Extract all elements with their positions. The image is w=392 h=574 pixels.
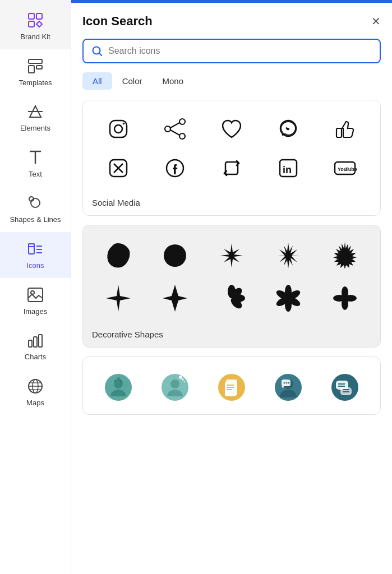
sidebar-item-text[interactable]: Text	[0, 141, 71, 187]
four-petal-flower-cell[interactable]	[317, 277, 373, 320]
svg-rect-42	[225, 162, 238, 174]
thumbsup-icon-cell[interactable]	[317, 109, 373, 149]
icon-search-panel: Icon Search ✕ All Color Mono	[71, 3, 392, 574]
svg-rect-5	[36, 66, 42, 69]
facebook-icon-cell[interactable]	[146, 149, 203, 188]
svg-rect-11	[29, 244, 34, 254]
svg-point-31	[179, 119, 185, 124]
star-burst-cell[interactable]	[203, 234, 260, 277]
sidebar-item-label-text: Text	[29, 170, 42, 179]
charts-icon	[26, 331, 44, 349]
decorative-shapes-section: Decorative Shapes	[82, 225, 381, 348]
svg-point-33	[165, 126, 170, 132]
svg-rect-18	[29, 340, 32, 347]
svg-text:in: in	[283, 164, 292, 175]
sidebar: Brand Kit Templates Elements Tex	[0, 0, 71, 574]
sidebar-item-label-charts: Charts	[25, 353, 46, 362]
sidebar-item-label-maps: Maps	[26, 399, 44, 408]
search-box	[82, 39, 381, 63]
social-media-grid: in You Tube	[83, 100, 380, 193]
svg-rect-20	[39, 335, 42, 347]
search-input[interactable]	[108, 46, 372, 56]
sidebar-item-maps[interactable]: Maps	[0, 369, 71, 415]
svg-line-27	[99, 53, 102, 55]
blob-shape-cell[interactable]	[90, 234, 146, 277]
social-media-section: in You Tube Social Media	[82, 100, 381, 216]
linkedin-icon-cell[interactable]: in	[260, 149, 317, 188]
svg-point-85	[286, 382, 288, 384]
sidebar-item-shapes-lines[interactable]: Shapes & Lines	[0, 186, 71, 232]
whatsapp-icon-cell[interactable]	[260, 109, 317, 149]
filter-tab-mono[interactable]: Mono	[153, 72, 194, 90]
close-button[interactable]: ✕	[371, 16, 381, 27]
svg-point-32	[179, 133, 185, 139]
panel-title: Icon Search	[82, 14, 153, 29]
flower-cell[interactable]	[203, 277, 260, 320]
filter-tab-all[interactable]: All	[82, 72, 112, 90]
scroll-area: in You Tube Social Media	[82, 100, 381, 574]
sidebar-item-label-brand-kit: Brand Kit	[20, 33, 50, 41]
svg-rect-2	[29, 21, 34, 27]
person5-cell[interactable]	[317, 366, 373, 409]
sidebar-item-label-images: Images	[24, 307, 48, 316]
four-star-thin-cell[interactable]	[90, 277, 146, 320]
social-media-label: Social Media	[83, 193, 380, 215]
person1-cell[interactable]	[90, 366, 146, 409]
share-icon-cell[interactable]	[146, 109, 203, 149]
svg-rect-77	[225, 382, 236, 396]
decorative-shapes-grid	[83, 225, 380, 325]
six-petal-flower-cell[interactable]	[260, 277, 317, 320]
sidebar-item-brand-kit[interactable]: Brand Kit	[0, 0, 71, 49]
templates-icon	[26, 57, 44, 75]
person2-cell[interactable]	[146, 366, 203, 409]
svg-point-70	[182, 378, 184, 381]
svg-line-34	[170, 123, 179, 128]
svg-rect-3	[29, 59, 42, 63]
four-star-bold-cell[interactable]	[146, 277, 203, 320]
svg-rect-16	[28, 288, 43, 302]
svg-point-62	[333, 295, 345, 302]
svg-text:Tube: Tube	[345, 166, 357, 172]
search-icon	[91, 45, 103, 57]
person4-cell[interactable]	[260, 366, 317, 409]
svg-rect-19	[34, 337, 37, 347]
youtube-icon-cell[interactable]: You Tube	[317, 149, 373, 188]
maps-icon	[26, 377, 44, 395]
svg-rect-1	[36, 13, 42, 19]
rotate-icon-cell[interactable]	[203, 149, 260, 188]
svg-point-48	[164, 244, 186, 267]
heart-icon-cell[interactable]	[203, 109, 260, 149]
sidebar-item-icons[interactable]: Icons	[0, 232, 71, 278]
svg-point-17	[31, 291, 34, 294]
x-twitter-icon-cell[interactable]	[90, 149, 146, 188]
multi-star-cell[interactable]	[260, 234, 317, 277]
svg-point-9	[31, 198, 40, 207]
main-panel: Icon Search ✕ All Color Mono	[71, 0, 392, 574]
svg-rect-89	[340, 387, 352, 395]
brand-kit-icon	[26, 11, 44, 29]
svg-rect-37	[336, 128, 342, 137]
svg-point-30	[122, 123, 124, 125]
people-section	[82, 357, 381, 415]
filter-tab-color[interactable]: Color	[112, 72, 153, 90]
images-icon	[26, 286, 44, 304]
svg-point-68	[170, 379, 179, 388]
sidebar-item-charts[interactable]: Charts	[0, 323, 71, 369]
instagram-icon-cell[interactable]	[90, 109, 146, 149]
text-icon	[26, 149, 44, 166]
rounded-star-cell[interactable]	[146, 234, 203, 277]
svg-rect-0	[29, 13, 34, 19]
svg-rect-12	[29, 244, 34, 247]
spiky-circle-cell[interactable]	[317, 234, 373, 277]
person3-cell[interactable]	[203, 366, 260, 409]
sidebar-item-images[interactable]: Images	[0, 278, 71, 324]
svg-point-84	[284, 382, 285, 384]
svg-point-71	[183, 381, 185, 383]
svg-rect-4	[29, 66, 34, 73]
shapes-lines-icon	[26, 194, 44, 212]
panel-header: Icon Search ✕	[82, 14, 381, 29]
elements-icon	[26, 103, 44, 121]
svg-point-86	[288, 382, 290, 384]
sidebar-item-templates[interactable]: Templates	[0, 49, 71, 95]
sidebar-item-elements[interactable]: Elements	[0, 95, 71, 141]
